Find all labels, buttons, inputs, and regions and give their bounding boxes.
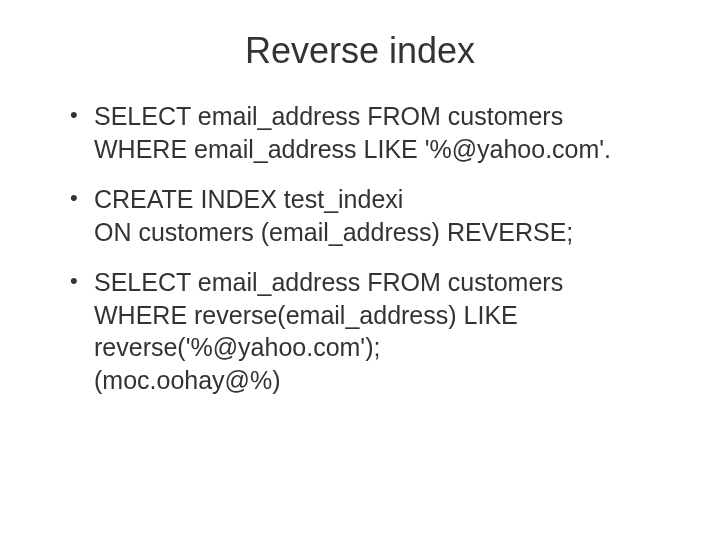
- list-item-text: reverse('%@yahoo.com');: [94, 331, 660, 364]
- list-item-text: WHERE email_address LIKE '%@yahoo.com'.: [94, 133, 660, 166]
- list-item-text: SELECT email_address FROM customers: [94, 100, 660, 133]
- list-item-text: (moc.oohay@%): [94, 364, 660, 397]
- list-item-text: WHERE reverse(email_address) LIKE: [94, 299, 660, 332]
- bullet-list: SELECT email_address FROM customers WHER…: [60, 100, 660, 396]
- list-item: CREATE INDEX test_indexi ON customers (e…: [70, 183, 660, 248]
- list-item: SELECT email_address FROM customers WHER…: [70, 100, 660, 165]
- list-item-text: ON customers (email_address) REVERSE;: [94, 216, 660, 249]
- slide-title: Reverse index: [60, 30, 660, 72]
- list-item: SELECT email_address FROM customers WHER…: [70, 266, 660, 396]
- list-item-text: CREATE INDEX test_indexi: [94, 183, 660, 216]
- list-item-text: SELECT email_address FROM customers: [94, 266, 660, 299]
